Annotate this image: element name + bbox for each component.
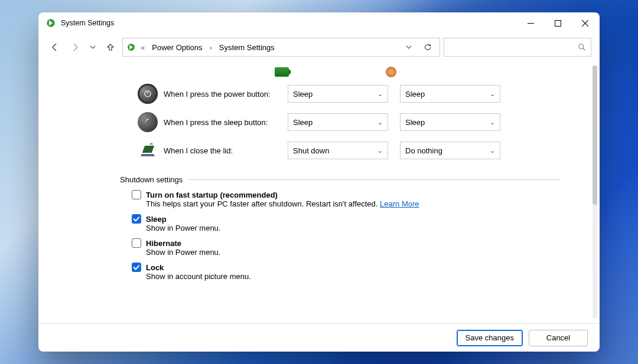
cancel-button[interactable]: Cancel (529, 330, 588, 346)
hibernate-subtitle: Show in Power menu. (146, 248, 583, 257)
moon-icon (138, 112, 158, 132)
fast-startup-title: Turn on fast startup (recommended) (146, 191, 278, 199)
learn-more-link[interactable]: Learn More (380, 199, 419, 208)
chevron-down-icon: ⌄ (377, 90, 383, 98)
dropdown-value: Sleep (405, 118, 425, 127)
chevron-down-icon: ⌄ (377, 147, 383, 155)
history-dropdown[interactable] (87, 38, 99, 56)
breadcrumb-power-options[interactable]: Power Options (149, 42, 204, 53)
search-icon (578, 43, 586, 51)
chevron-down-icon: ⌄ (490, 147, 495, 155)
lock-checkbox[interactable] (132, 263, 141, 272)
lock-subtitle: Show in account picture menu. (146, 272, 583, 281)
close-lid-battery-dropdown[interactable]: Shut down ⌄ (288, 142, 388, 159)
dropdown-value: Do nothing (405, 146, 442, 155)
chevron-down-icon: ⌄ (377, 119, 383, 126)
shutdown-settings-header: Shutdown settings (120, 175, 583, 184)
dropdown-value: Sleep (293, 90, 313, 99)
refresh-button[interactable] (419, 39, 436, 55)
section-title: Shutdown settings (120, 175, 183, 184)
window-title: System Settings (61, 19, 114, 27)
svg-rect-2 (555, 20, 561, 26)
navigation-row: « Power Options › System Settings (38, 34, 600, 61)
sleep-button-battery-dropdown[interactable]: Sleep ⌄ (288, 113, 388, 131)
vertical-scrollbar[interactable] (593, 65, 597, 319)
forward-button[interactable] (67, 38, 83, 56)
power-button-row: When I press the power button: Sleep ⌄ S… (138, 80, 583, 108)
content-area: When I press the power button: Sleep ⌄ S… (38, 61, 600, 323)
plugged-in-icon (386, 67, 396, 77)
maximize-button[interactable] (544, 14, 571, 32)
minimize-button[interactable] (517, 14, 544, 32)
svg-point-4 (579, 44, 584, 49)
search-box[interactable] (444, 38, 591, 57)
sleep-checkbox[interactable] (132, 214, 141, 224)
sleep-title: Sleep (146, 215, 167, 224)
footer: Save changes Cancel (38, 323, 600, 352)
hibernate-option: Hibernate Show in Power menu. (132, 238, 583, 257)
laptop-lid-icon (138, 140, 158, 160)
divider (188, 179, 559, 180)
power-icon (138, 84, 158, 104)
sleep-button-row: When I press the sleep button: Sleep ⌄ S… (138, 108, 583, 136)
close-button[interactable] (571, 14, 598, 32)
up-button[interactable] (102, 38, 119, 56)
dropdown-value: Sleep (405, 90, 425, 99)
chevron-right-icon: › (207, 42, 214, 53)
sleep-button-label: When I press the sleep button: (164, 118, 288, 127)
chevron-down-icon: ⌄ (490, 119, 495, 126)
dropdown-value: Sleep (293, 118, 313, 127)
titlebar: System Settings (38, 12, 600, 34)
address-bar[interactable]: « Power Options › System Settings (122, 38, 440, 57)
back-button[interactable] (47, 38, 63, 56)
svg-rect-1 (528, 23, 534, 24)
power-button-battery-dropdown[interactable]: Sleep ⌄ (288, 85, 388, 103)
fast-startup-checkbox[interactable] (132, 190, 141, 199)
close-lid-row: When I close the lid: Shut down ⌄ Do not… (138, 136, 583, 165)
close-lid-plugged-dropdown[interactable]: Do nothing ⌄ (400, 142, 500, 159)
sleep-subtitle: Show in Power menu. (146, 224, 583, 232)
chevron-down-icon: ⌄ (490, 90, 495, 98)
column-headers (226, 64, 445, 80)
fast-startup-option: Turn on fast startup (recommended) This … (132, 190, 583, 208)
lock-option: Lock Show in account picture menu. (132, 263, 583, 281)
chevron-down-icon[interactable] (401, 39, 417, 55)
dropdown-value: Shut down (293, 146, 329, 155)
breadcrumb-prefix: « (138, 42, 147, 53)
breadcrumb-system-settings[interactable]: System Settings (217, 42, 277, 53)
sleep-option: Sleep Show in Power menu. (132, 214, 583, 232)
hibernate-title: Hibernate (146, 239, 181, 248)
power-options-icon (126, 42, 136, 52)
hibernate-checkbox[interactable] (132, 238, 141, 248)
power-button-label: When I press the power button: (164, 90, 288, 99)
window: System Settings (38, 12, 600, 352)
battery-icon (275, 67, 289, 77)
close-lid-label: When I close the lid: (164, 146, 288, 155)
fast-startup-subtitle: This helps start your PC faster after sh… (146, 199, 380, 208)
power-button-plugged-dropdown[interactable]: Sleep ⌄ (400, 85, 500, 103)
sleep-button-plugged-dropdown[interactable]: Sleep ⌄ (400, 113, 500, 131)
lock-title: Lock (146, 263, 164, 272)
power-options-icon (45, 18, 56, 28)
save-changes-button[interactable]: Save changes (457, 330, 523, 346)
